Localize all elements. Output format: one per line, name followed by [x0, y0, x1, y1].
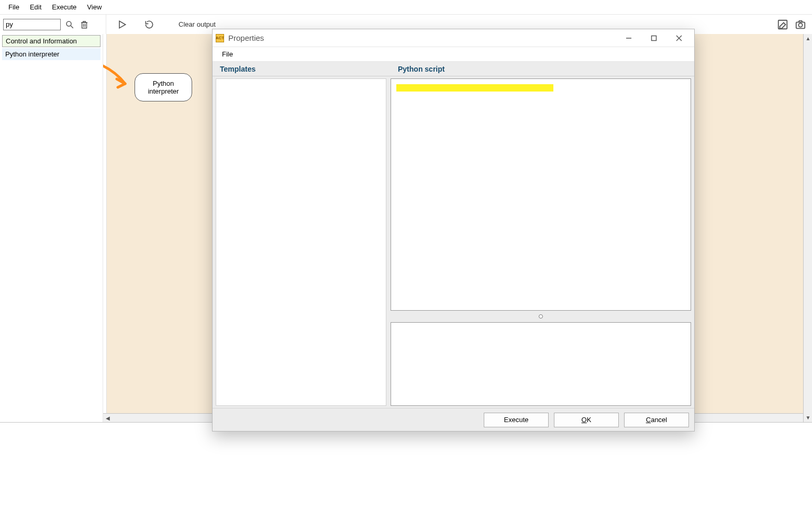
- trash-icon[interactable]: [79, 19, 90, 30]
- menu-file[interactable]: File: [3, 1, 25, 13]
- scroll-left-icon[interactable]: ◀: [103, 414, 112, 422]
- svg-line-1: [71, 26, 73, 28]
- cancel-mnemonic: C: [646, 416, 651, 424]
- properties-dialog: ACT Properties File Templates Python scr…: [212, 29, 695, 431]
- dialog-app-icon: ACT: [216, 34, 224, 42]
- arrow-annotation: [103, 55, 137, 107]
- menubar: File Edit Execute View: [0, 0, 812, 14]
- dialog-window-controls: [617, 31, 691, 46]
- splitter-grip-icon: [539, 314, 543, 319]
- section-header-python-script: Python script: [391, 62, 694, 76]
- menu-view[interactable]: View: [82, 1, 107, 13]
- maximize-icon[interactable]: [642, 31, 666, 46]
- execute-button[interactable]: Execute: [484, 413, 549, 427]
- dialog-section-headers: Templates Python script: [213, 62, 694, 76]
- menu-edit[interactable]: Edit: [25, 1, 47, 13]
- dialog-body: [213, 76, 694, 408]
- camera-icon[interactable]: [794, 18, 807, 31]
- cancel-button[interactable]: Cancel: [624, 413, 689, 427]
- ok-button[interactable]: OK: [554, 413, 619, 427]
- output-panel: [0, 422, 812, 511]
- dialog-menubar: File: [213, 47, 694, 62]
- sidebar-item-python-interpreter[interactable]: Python interpreter: [2, 48, 101, 60]
- menu-execute[interactable]: Execute: [47, 1, 82, 13]
- canvas-scrollbar-vertical[interactable]: ▲ ▼: [803, 34, 812, 422]
- scroll-down-icon[interactable]: ▼: [804, 413, 812, 422]
- play-icon[interactable]: [116, 18, 128, 31]
- python-script-editor[interactable]: [391, 78, 691, 311]
- search-wrap: [3, 19, 61, 30]
- search-icon[interactable]: [64, 19, 75, 30]
- dialog-menu-file[interactable]: File: [218, 49, 237, 59]
- svg-marker-5: [119, 21, 126, 28]
- node-python-interpreter[interactable]: Python interpreter: [135, 73, 192, 101]
- scroll-up-icon[interactable]: ▲: [804, 34, 812, 43]
- component-sidebar: Control and Information Python interpret…: [0, 34, 103, 422]
- section-header-templates: Templates: [213, 62, 391, 76]
- app-root: File Edit Execute View Clear outp: [0, 0, 812, 511]
- cancel-rest: ancel: [651, 416, 667, 424]
- svg-rect-2: [82, 22, 87, 28]
- clear-output-button[interactable]: Clear output: [179, 20, 216, 28]
- dialog-button-bar: Execute OK Cancel: [213, 408, 694, 431]
- script-column: [391, 78, 691, 406]
- search-input[interactable]: [3, 19, 61, 30]
- toolbar-left: [3, 15, 106, 34]
- ok-rest: K: [587, 416, 592, 424]
- dialog-title: Properties: [228, 33, 264, 42]
- edit-note-icon[interactable]: [776, 18, 789, 31]
- close-icon[interactable]: [667, 31, 691, 46]
- reset-icon[interactable]: [143, 18, 155, 31]
- svg-rect-10: [652, 36, 657, 40]
- script-output-pane[interactable]: [391, 322, 691, 406]
- ok-mnemonic: O: [582, 416, 587, 424]
- svg-point-8: [798, 23, 802, 27]
- canvas-edge: [103, 34, 106, 413]
- script-highlight-annotation: [396, 84, 553, 92]
- toolbar-right: [776, 18, 812, 31]
- templates-pane[interactable]: [216, 78, 386, 406]
- splitter-handle[interactable]: [391, 314, 691, 319]
- dialog-titlebar[interactable]: ACT Properties: [213, 29, 694, 47]
- svg-point-0: [66, 21, 71, 26]
- toolbar-mid: Clear output: [106, 15, 216, 34]
- minimize-icon[interactable]: [617, 31, 641, 46]
- sidebar-category-control-and-information[interactable]: Control and Information: [2, 35, 101, 47]
